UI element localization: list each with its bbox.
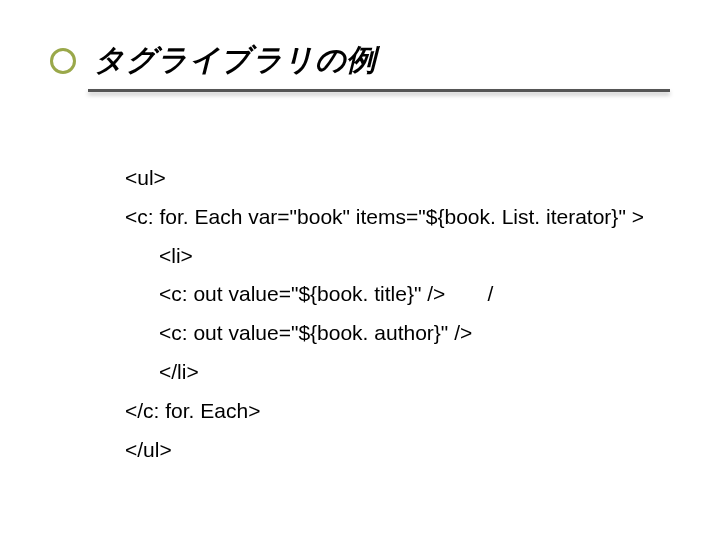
- code-line: <c: out value="${book. title}" /> /: [125, 282, 493, 305]
- code-line: <c: out value="${book. author}" />: [125, 321, 472, 344]
- bullet-icon: [50, 48, 76, 74]
- code-line: <ul>: [125, 166, 166, 189]
- divider: [88, 89, 670, 92]
- code-line: </ul>: [125, 438, 172, 461]
- code-line: <li>: [125, 244, 193, 267]
- title-row: タグライブラリの例: [50, 40, 670, 81]
- code-fragment: /: [487, 282, 493, 305]
- slide-title: タグライブラリの例: [94, 40, 377, 81]
- code-line: </li>: [125, 360, 199, 383]
- code-line: </c: for. Each>: [125, 399, 260, 422]
- slide: タグライブラリの例 <ul> <c: for. Each var="book" …: [0, 0, 720, 540]
- code-fragment: <c: out value="${book. title}" />: [159, 282, 445, 305]
- code-block: <ul> <c: for. Each var="book" items="${b…: [125, 120, 670, 508]
- code-line: <c: for. Each var="book" items="${book. …: [125, 205, 644, 228]
